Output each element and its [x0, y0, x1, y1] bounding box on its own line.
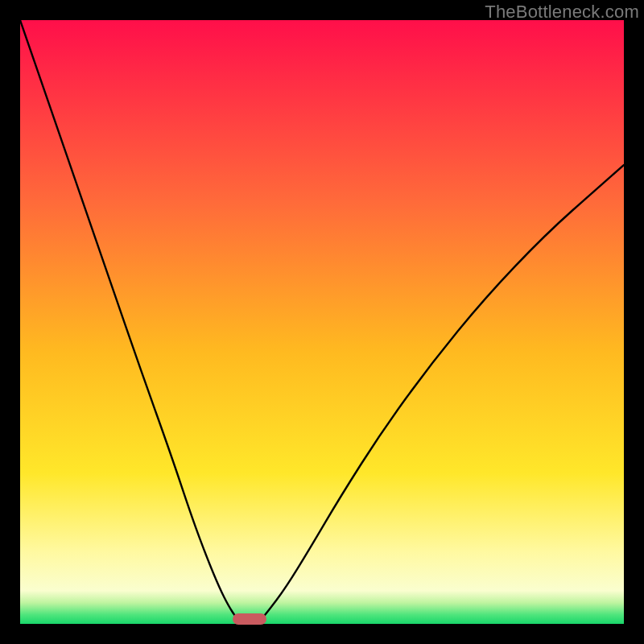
plot-background	[20, 20, 624, 624]
valley-marker	[233, 613, 266, 625]
svg-rect-0	[20, 20, 624, 624]
watermark-text: TheBottleneck.com	[485, 2, 639, 23]
